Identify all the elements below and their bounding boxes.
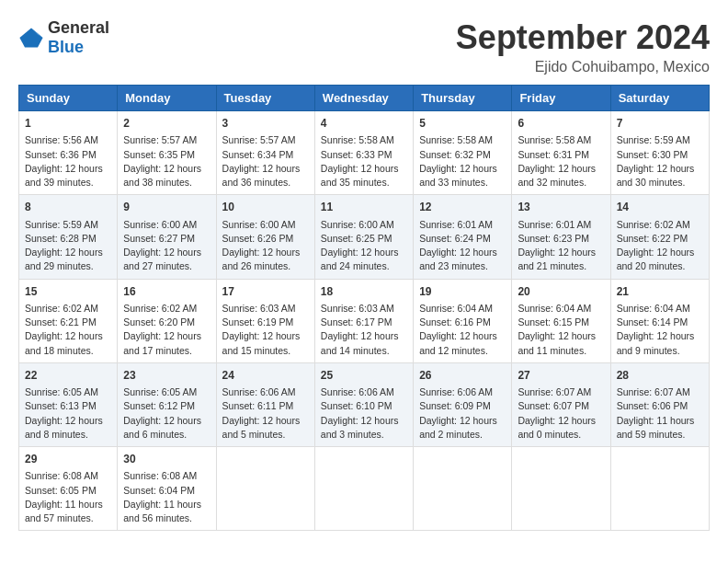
- sunrise-time: Sunrise: 5:57 AM: [222, 134, 296, 145]
- sunrise-time: Sunrise: 5:58 AM: [518, 134, 591, 145]
- calendar-cell: 14 Sunrise: 6:02 AM Sunset: 6:22 PM Dayl…: [610, 195, 709, 279]
- day-number: 17: [222, 284, 309, 300]
- day-number: 21: [617, 284, 703, 300]
- sunrise-time: Sunrise: 5:58 AM: [419, 134, 493, 145]
- calendar-cell: [314, 447, 413, 531]
- title-area: September 2024 Ejido Cohuibampo, Mexico: [456, 18, 710, 75]
- sunrise-time: Sunrise: 6:03 AM: [222, 303, 296, 314]
- sunset-time: Sunset: 6:20 PM: [123, 316, 195, 327]
- daylight-hours: Daylight: 12 hours and 9 minutes.: [617, 330, 695, 355]
- sunset-time: Sunset: 6:31 PM: [518, 149, 589, 160]
- calendar-cell: 28 Sunrise: 6:07 AM Sunset: 6:06 PM Dayl…: [610, 362, 709, 446]
- daylight-hours: Daylight: 12 hours and 8 minutes.: [25, 415, 103, 440]
- week-row-1: 1 Sunrise: 5:56 AM Sunset: 6:36 PM Dayli…: [19, 111, 710, 195]
- day-number: 26: [419, 368, 506, 384]
- daylight-hours: Daylight: 12 hours and 33 minutes.: [419, 163, 497, 188]
- sunrise-time: Sunrise: 6:02 AM: [25, 303, 98, 314]
- logo-text-general: General: [48, 18, 109, 37]
- sunset-time: Sunset: 6:17 PM: [321, 316, 392, 327]
- sunset-time: Sunset: 6:27 PM: [123, 233, 195, 244]
- day-number: 25: [321, 368, 407, 384]
- week-row-2: 8 Sunrise: 5:59 AM Sunset: 6:28 PM Dayli…: [19, 195, 710, 279]
- sunrise-time: Sunrise: 6:04 AM: [617, 303, 690, 314]
- calendar-cell: 2 Sunrise: 5:57 AM Sunset: 6:35 PM Dayli…: [118, 111, 216, 195]
- day-number: 11: [321, 200, 407, 215]
- sunset-time: Sunset: 6:24 PM: [419, 233, 491, 244]
- sunrise-time: Sunrise: 6:07 AM: [617, 386, 690, 397]
- sunrise-time: Sunrise: 6:04 AM: [419, 303, 493, 314]
- daylight-hours: Daylight: 12 hours and 29 minutes.: [25, 247, 103, 271]
- daylight-hours: Daylight: 11 hours and 57 minutes.: [25, 499, 103, 523]
- daylight-hours: Daylight: 12 hours and 24 minutes.: [321, 247, 399, 271]
- daylight-hours: Daylight: 12 hours and 32 minutes.: [518, 163, 596, 188]
- calendar-cell: [610, 447, 709, 531]
- calendar-cell: 26 Sunrise: 6:06 AM Sunset: 6:09 PM Dayl…: [414, 362, 512, 446]
- daylight-hours: Daylight: 12 hours and 3 minutes.: [321, 415, 399, 440]
- day-number: 8: [25, 200, 111, 215]
- calendar-cell: 4 Sunrise: 5:58 AM Sunset: 6:33 PM Dayli…: [314, 111, 413, 195]
- calendar-cell: 9 Sunrise: 6:00 AM Sunset: 6:27 PM Dayli…: [118, 195, 216, 279]
- calendar-cell: 25 Sunrise: 6:06 AM Sunset: 6:10 PM Dayl…: [314, 362, 413, 446]
- daylight-hours: Daylight: 12 hours and 30 minutes.: [617, 163, 695, 188]
- day-number: 22: [25, 368, 111, 384]
- week-row-4: 22 Sunrise: 6:05 AM Sunset: 6:13 PM Dayl…: [19, 362, 710, 446]
- sunrise-time: Sunrise: 6:05 AM: [25, 386, 98, 397]
- sunrise-time: Sunrise: 5:58 AM: [321, 134, 394, 145]
- logo: General Blue: [18, 18, 109, 57]
- sunset-time: Sunset: 6:35 PM: [123, 149, 195, 160]
- daylight-hours: Daylight: 12 hours and 20 minutes.: [617, 247, 695, 271]
- day-number: 13: [518, 200, 604, 215]
- day-number: 7: [617, 116, 703, 132]
- sunset-time: Sunset: 6:23 PM: [518, 233, 589, 244]
- sunset-time: Sunset: 6:13 PM: [25, 400, 97, 411]
- sunset-time: Sunset: 6:05 PM: [25, 485, 97, 496]
- daylight-hours: Daylight: 12 hours and 35 minutes.: [321, 163, 399, 188]
- sunset-time: Sunset: 6:33 PM: [321, 149, 392, 160]
- header-monday: Monday: [118, 86, 216, 111]
- sunrise-time: Sunrise: 5:59 AM: [25, 219, 98, 230]
- calendar-cell: 24 Sunrise: 6:06 AM Sunset: 6:11 PM Dayl…: [216, 362, 314, 446]
- header-wednesday: Wednesday: [314, 86, 413, 111]
- calendar-cell: [216, 447, 314, 531]
- calendar-cell: 5 Sunrise: 5:58 AM Sunset: 6:32 PM Dayli…: [414, 111, 512, 195]
- sunrise-time: Sunrise: 6:00 AM: [222, 219, 296, 230]
- sunset-time: Sunset: 6:30 PM: [617, 149, 688, 160]
- sunset-time: Sunset: 6:15 PM: [518, 316, 589, 327]
- day-number: 28: [617, 368, 703, 384]
- calendar-cell: [414, 447, 512, 531]
- calendar-cell: 1 Sunrise: 5:56 AM Sunset: 6:36 PM Dayli…: [19, 111, 118, 195]
- day-number: 27: [518, 368, 604, 384]
- header-friday: Friday: [512, 86, 610, 111]
- day-number: 20: [518, 284, 604, 300]
- calendar-cell: 20 Sunrise: 6:04 AM Sunset: 6:15 PM Dayl…: [512, 279, 610, 362]
- calendar-cell: 3 Sunrise: 5:57 AM Sunset: 6:34 PM Dayli…: [216, 111, 314, 195]
- daylight-hours: Daylight: 12 hours and 0 minutes.: [518, 415, 596, 440]
- header: General Blue September 2024 Ejido Cohuib…: [18, 18, 710, 75]
- sunrise-time: Sunrise: 6:02 AM: [617, 219, 690, 230]
- sunrise-time: Sunrise: 6:06 AM: [419, 386, 493, 397]
- sunrise-time: Sunrise: 6:06 AM: [222, 386, 296, 397]
- daylight-hours: Daylight: 12 hours and 23 minutes.: [419, 247, 497, 271]
- day-number: 10: [222, 200, 309, 215]
- daylight-hours: Daylight: 11 hours and 56 minutes.: [123, 499, 201, 523]
- daylight-hours: Daylight: 12 hours and 11 minutes.: [518, 330, 596, 355]
- day-number: 6: [518, 116, 604, 132]
- sunset-time: Sunset: 6:22 PM: [617, 233, 688, 244]
- daylight-hours: Daylight: 12 hours and 2 minutes.: [419, 415, 497, 440]
- sunrise-time: Sunrise: 6:05 AM: [123, 386, 197, 397]
- sunset-time: Sunset: 6:25 PM: [321, 233, 392, 244]
- daylight-hours: Daylight: 12 hours and 17 minutes.: [123, 330, 201, 355]
- sunrise-time: Sunrise: 6:08 AM: [123, 470, 197, 481]
- day-number: 14: [617, 200, 703, 215]
- daylight-hours: Daylight: 12 hours and 36 minutes.: [222, 163, 301, 188]
- sunset-time: Sunset: 6:32 PM: [419, 149, 491, 160]
- calendar-cell: 19 Sunrise: 6:04 AM Sunset: 6:16 PM Dayl…: [414, 279, 512, 362]
- calendar-header-row: Sunday Monday Tuesday Wednesday Thursday…: [19, 86, 710, 111]
- header-thursday: Thursday: [414, 86, 512, 111]
- day-number: 3: [222, 116, 309, 132]
- logo-icon: [18, 25, 44, 51]
- calendar-cell: 22 Sunrise: 6:05 AM Sunset: 6:13 PM Dayl…: [19, 362, 118, 446]
- sunset-time: Sunset: 6:06 PM: [617, 400, 688, 411]
- sunset-time: Sunset: 6:09 PM: [419, 400, 491, 411]
- daylight-hours: Daylight: 12 hours and 6 minutes.: [123, 415, 201, 440]
